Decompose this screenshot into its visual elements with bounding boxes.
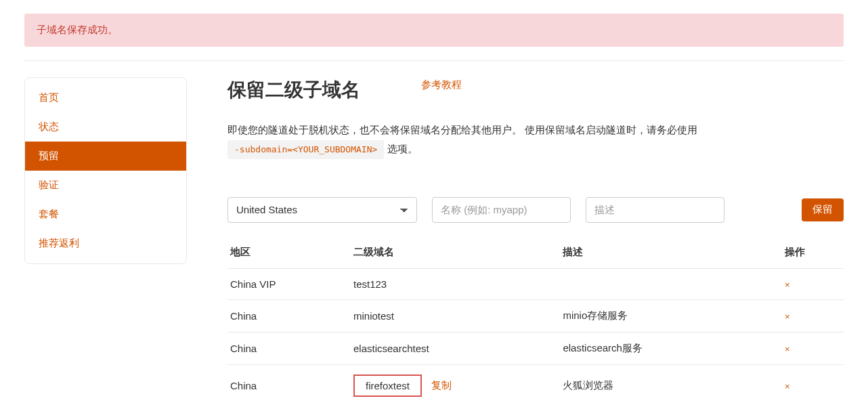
name-input[interactable] xyxy=(432,197,571,223)
sidebar-item-home[interactable]: 首页 xyxy=(25,83,186,112)
sidebar-item-status[interactable]: 状态 xyxy=(25,112,186,142)
th-domain: 二级域名 xyxy=(351,236,560,269)
th-desc: 描述 xyxy=(560,236,782,269)
copy-link[interactable]: 复制 xyxy=(431,379,452,392)
tutorial-link[interactable]: 参考教程 xyxy=(421,79,462,91)
highlighted-domain: firefoxtest xyxy=(353,374,422,397)
main-content: 保留二级子域名 参考教程 即使您的隧道处于脱机状态，也不会将保留域名分配给其他用… xyxy=(227,77,844,406)
cell-desc xyxy=(560,268,782,299)
desc-part1: 即使您的隧道处于脱机状态，也不会将保留域名分配给其他用户。 使用保留域名启动隧道… xyxy=(227,124,697,135)
cell-action: × xyxy=(782,332,844,364)
cell-domain: elasticsearchtest xyxy=(351,332,560,364)
delete-icon[interactable]: × xyxy=(785,344,790,354)
table-row: Chinaminiotestminio存储服务× xyxy=(227,299,844,332)
success-alert: 子域名保存成功。 xyxy=(24,14,844,47)
reserve-form: United States 保留 xyxy=(227,197,844,223)
sidebar-item-reserve[interactable]: 预留 xyxy=(25,142,186,171)
reserve-button[interactable]: 保留 xyxy=(802,198,844,221)
th-region: 地区 xyxy=(227,236,351,269)
description: 即使您的隧道处于脱机状态，也不会将保留域名分配给其他用户。 使用保留域名启动隧道… xyxy=(227,121,715,159)
cell-region: China VIP xyxy=(227,268,351,299)
th-action: 操作 xyxy=(782,236,844,269)
table-body: China VIPtest123×Chinaminiotestminio存储服务… xyxy=(227,268,844,406)
region-select[interactable]: United States xyxy=(227,197,417,223)
cell-action: × xyxy=(782,268,844,299)
cell-desc: minio存储服务 xyxy=(560,299,782,332)
table-row: Chinafirefoxtest复制火狐浏览器× xyxy=(227,364,844,406)
divider xyxy=(24,60,844,61)
code-chip: -subdomain=<YOUR_SUBDOMAIN> xyxy=(227,140,384,159)
cell-region: China xyxy=(227,364,351,406)
sidebar-item-referral[interactable]: 推荐返利 xyxy=(25,229,186,258)
cell-region: China xyxy=(227,332,351,364)
cell-desc: 火狐浏览器 xyxy=(560,364,782,406)
sidebar: 首页状态预留验证套餐推荐返利 xyxy=(24,77,187,264)
table-row: Chinaelasticsearchtestelasticsearch服务× xyxy=(227,332,844,364)
delete-icon[interactable]: × xyxy=(785,312,790,322)
table-row: China VIPtest123× xyxy=(227,268,844,299)
cell-domain: test123 xyxy=(351,268,560,299)
desc-part2: 选项。 xyxy=(387,143,418,154)
cell-region: China xyxy=(227,299,351,332)
sidebar-item-plan[interactable]: 套餐 xyxy=(25,200,186,229)
alert-text: 子域名保存成功。 xyxy=(37,24,118,35)
delete-icon[interactable]: × xyxy=(785,381,790,391)
desc-input[interactable] xyxy=(586,197,724,223)
delete-icon[interactable]: × xyxy=(785,280,790,290)
cell-domain: miniotest xyxy=(351,299,560,332)
cell-action: × xyxy=(782,364,844,406)
page-title: 保留二级子域名 xyxy=(227,77,360,103)
cell-desc: elasticsearch服务 xyxy=(560,332,782,364)
cell-action: × xyxy=(782,299,844,332)
cell-domain: firefoxtest复制 xyxy=(351,364,560,406)
domain-table: 地区 二级域名 描述 操作 China VIPtest123×Chinamini… xyxy=(227,236,844,406)
sidebar-item-verify[interactable]: 验证 xyxy=(25,171,186,200)
